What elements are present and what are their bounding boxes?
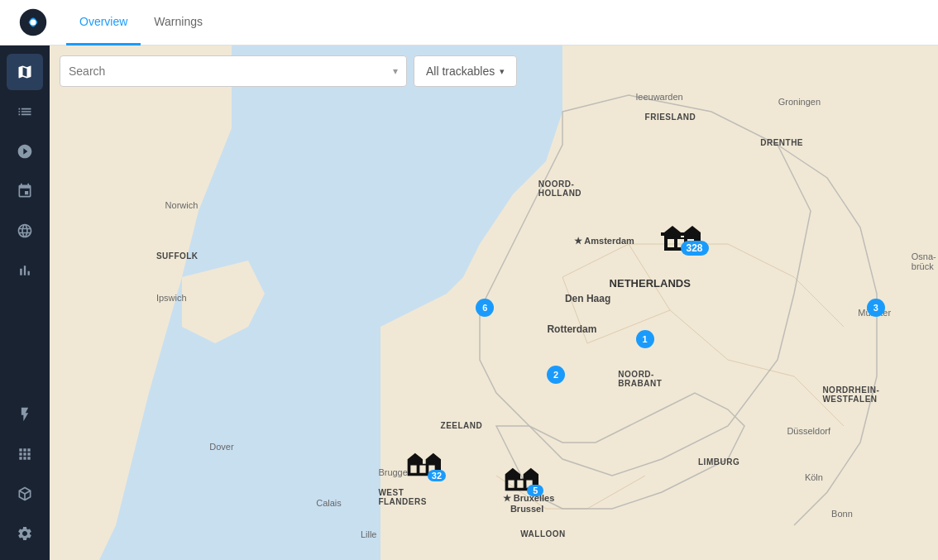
map-container[interactable]: ▾ All trackables ▾: [50, 45, 938, 560]
sidebar-item-list[interactable]: [7, 93, 43, 130]
marker-dot-6[interactable]: 6: [476, 299, 494, 317]
marker-badge-amsterdam: 328: [681, 241, 709, 256]
tab-warnings[interactable]: Warnings: [141, 0, 216, 45]
search-input[interactable]: [69, 65, 388, 78]
marker-brussels[interactable]: 5: [502, 460, 538, 495]
marker-badge-brussels: 5: [527, 485, 543, 496]
sidebar-item-cube[interactable]: [7, 476, 43, 512]
sidebar-item-chart[interactable]: [7, 252, 43, 289]
sidebar-item-settings[interactable]: [7, 515, 43, 552]
marker-badge-brugge: 32: [428, 470, 446, 481]
marker-dot-2[interactable]: 2: [547, 366, 565, 384]
search-bar: ▾ All trackables ▾: [60, 55, 517, 87]
marker-dot-3[interactable]: 3: [867, 299, 885, 317]
sidebar-item-map[interactable]: [7, 54, 43, 90]
main-layout: ▾ All trackables ▾: [0, 45, 938, 560]
sidebar-item-lightning[interactable]: [7, 396, 43, 433]
marker-amsterdam[interactable]: 328: [661, 218, 701, 254]
sidebar-item-flow[interactable]: [7, 173, 43, 209]
top-nav: Overview Warnings: [0, 0, 938, 45]
filter-label: All trackables: [426, 65, 495, 78]
marker-dot-1[interactable]: 1: [636, 330, 654, 348]
sidebar-item-modules[interactable]: [7, 436, 43, 472]
filter-chevron-icon: ▾: [500, 66, 505, 77]
svg-point-1: [30, 19, 36, 25]
svg-rect-16: [661, 232, 701, 236]
dot-badge-1: 1: [636, 330, 654, 348]
sidebar: [0, 45, 50, 560]
search-input-wrapper: ▾: [60, 55, 407, 87]
sidebar-item-globe[interactable]: [7, 213, 43, 249]
app-logo: [17, 6, 50, 39]
dot-badge-2: 2: [547, 366, 565, 384]
dot-badge-3: 3: [867, 299, 885, 317]
marker-brugge[interactable]: 32: [404, 445, 441, 480]
trackable-filter[interactable]: All trackables ▾: [414, 55, 517, 87]
tab-overview[interactable]: Overview: [66, 0, 141, 45]
dot-badge-6: 6: [476, 299, 494, 317]
sidebar-item-tag[interactable]: [7, 133, 43, 170]
chevron-down-icon: ▾: [393, 65, 398, 77]
